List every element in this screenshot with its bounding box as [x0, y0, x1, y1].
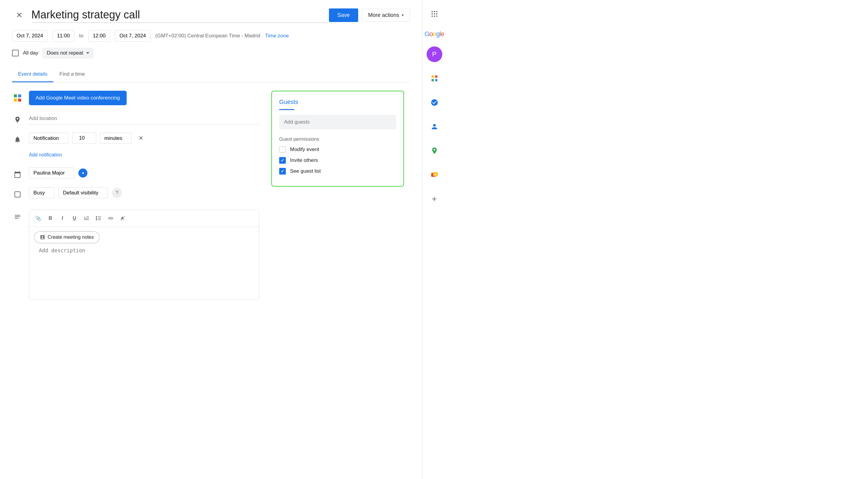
right-sidebar: Google P W: [422, 0, 446, 479]
toolbar-link-button[interactable]: [105, 213, 116, 224]
toolbar-remove-format-button[interactable]: [117, 213, 128, 224]
invite-others-checkbox[interactable]: [279, 157, 286, 164]
more-actions-button[interactable]: More actions ▾: [362, 9, 410, 22]
calendar-color-picker[interactable]: ▾: [79, 168, 87, 178]
modify-event-checkbox[interactable]: [279, 146, 286, 153]
tab-find-time[interactable]: Find a time: [53, 67, 91, 82]
more-actions-dropdown-icon: ▾: [402, 13, 404, 18]
calendar-owner-select[interactable]: Paulina Major: [29, 167, 74, 179]
see-guest-list-label: See guest list: [290, 168, 321, 174]
allday-label: All day: [23, 50, 38, 56]
svg-point-22: [431, 15, 433, 17]
svg-rect-0: [14, 94, 17, 97]
svg-rect-1: [18, 94, 21, 97]
permission-see-guest-list[interactable]: See guest list: [279, 168, 396, 174]
end-date-button[interactable]: Oct 7, 2024: [115, 30, 150, 41]
tasks-sidebar-icon[interactable]: [427, 95, 442, 110]
notification-unit-select[interactable]: minutes hours days weeks: [100, 133, 132, 144]
remove-notification-button[interactable]: ✕: [135, 133, 146, 143]
toolbar-underline-button[interactable]: U: [69, 213, 80, 224]
meet-button-label: Add Google Meet video conferencing: [36, 95, 120, 101]
guests-title: Guests: [279, 99, 396, 105]
status-icon: [12, 189, 23, 200]
invite-others-label: Invite others: [290, 157, 318, 163]
svg-point-11: [96, 219, 97, 220]
contacts-sidebar-icon[interactable]: [427, 119, 442, 134]
svg-point-17: [434, 11, 435, 12]
calendar-icon: [12, 169, 23, 180]
toolbar-attach-button[interactable]: 📎: [33, 213, 44, 224]
repeat-dropdown[interactable]: Does not repeat: [42, 47, 93, 59]
tab-event-details[interactable]: Event details: [12, 67, 53, 82]
toolbar-unordered-list-button[interactable]: [93, 213, 104, 224]
svg-rect-27: [431, 79, 434, 82]
svg-rect-2: [14, 99, 17, 102]
svg-point-16: [431, 11, 433, 12]
add-meet-button[interactable]: Add Google Meet video conferencing: [29, 91, 127, 105]
svg-rect-4: [15, 192, 20, 197]
office-sidebar-icon[interactable]: W: [427, 167, 442, 183]
svg-rect-3: [18, 99, 21, 102]
svg-point-20: [434, 13, 435, 14]
visibility-select[interactable]: Default visibility Public Private: [59, 187, 108, 198]
notification-icon: [12, 134, 23, 145]
location-icon: [12, 114, 23, 125]
maps-sidebar-icon[interactable]: [427, 143, 442, 159]
toolbar-bold-button[interactable]: B: [45, 213, 56, 224]
permission-invite-others[interactable]: Invite others: [279, 157, 396, 164]
start-date-button[interactable]: Oct 7, 2024: [12, 30, 48, 41]
notification-type-select[interactable]: Notification Email: [29, 133, 68, 144]
event-title-input[interactable]: [31, 7, 329, 23]
svg-point-9: [96, 216, 97, 217]
permission-modify-event[interactable]: Modify event: [279, 146, 396, 153]
svg-rect-25: [431, 75, 434, 78]
meet-icon: [12, 93, 23, 103]
calendar-sidebar-icon[interactable]: [427, 70, 442, 86]
timezone-link[interactable]: Time zone: [265, 33, 289, 39]
google-apps-button[interactable]: [427, 6, 442, 22]
permissions-title: Guest permissions: [279, 136, 396, 142]
add-sidebar-button[interactable]: +: [427, 191, 442, 207]
svg-point-23: [434, 15, 435, 17]
svg-point-18: [436, 11, 437, 12]
svg-point-10: [96, 218, 97, 219]
svg-rect-28: [435, 79, 437, 82]
start-time-button[interactable]: 11:00: [53, 30, 74, 41]
toolbar-ordered-list-button[interactable]: 1.: [81, 213, 92, 224]
svg-point-19: [431, 13, 433, 14]
svg-point-24: [436, 15, 437, 17]
close-button[interactable]: ✕: [12, 8, 27, 22]
visibility-help-button[interactable]: ?: [112, 188, 122, 198]
create-notes-label: Create meeting notes: [48, 234, 94, 240]
avatar[interactable]: P: [427, 46, 442, 62]
see-guest-list-checkbox[interactable]: [279, 168, 286, 174]
google-logo: Google: [425, 30, 444, 38]
guests-panel: Guests Guest permissions Modify event In…: [271, 91, 404, 187]
svg-line-15: [121, 216, 125, 220]
toolbar-italic-button[interactable]: I: [57, 213, 68, 224]
to-label: to: [79, 33, 83, 39]
color-dropdown-icon: ▾: [82, 171, 84, 175]
repeat-label: Does not repeat: [47, 50, 83, 56]
end-time-button[interactable]: 12:00: [88, 30, 110, 41]
svg-point-29: [434, 149, 435, 151]
svg-point-21: [436, 13, 437, 14]
add-guests-input[interactable]: [279, 115, 396, 129]
svg-text:W: W: [434, 173, 437, 176]
location-input[interactable]: [29, 113, 259, 125]
repeat-dropdown-icon: [86, 52, 89, 54]
create-meeting-notes-button[interactable]: Create meeting notes: [34, 231, 99, 243]
description-textarea[interactable]: [34, 248, 254, 288]
timezone-display: (GMT+02:00) Central European Time - Madr…: [155, 33, 260, 39]
modify-event-label: Modify event: [290, 147, 319, 153]
status-select[interactable]: Busy Free: [29, 187, 54, 198]
add-notification-link[interactable]: Add notification: [29, 152, 62, 158]
save-button[interactable]: Save: [329, 8, 358, 22]
svg-rect-26: [435, 75, 437, 78]
description-icon: [12, 211, 23, 222]
notification-value-input[interactable]: [72, 132, 96, 144]
guests-title-underline: [279, 109, 294, 110]
more-actions-label: More actions: [368, 12, 399, 19]
allday-checkbox[interactable]: [12, 50, 19, 56]
